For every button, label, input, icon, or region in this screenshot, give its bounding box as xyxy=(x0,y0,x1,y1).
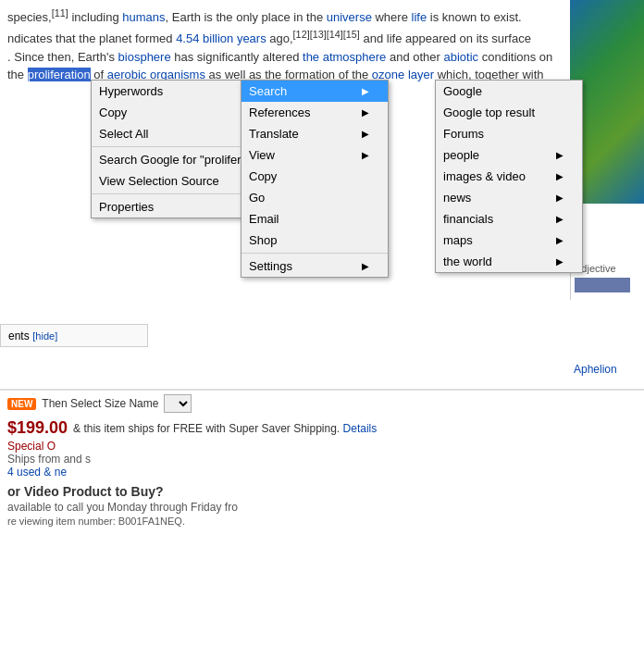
menu-copy-2[interactable]: Copy xyxy=(242,166,388,187)
available-text: available to call you Monday through Fri… xyxy=(0,501,644,514)
adjective-color xyxy=(575,278,630,292)
aphelion-link[interactable]: Aphelion xyxy=(570,361,644,378)
ships-from: Ships from and s xyxy=(0,453,644,466)
context-menu-search: Search ▶ References ▶ Translate ▶ View ▶… xyxy=(241,80,389,278)
article-section: species,[11] including humans, Earth is … xyxy=(0,0,644,389)
new-badge: NEW xyxy=(7,398,36,410)
price-value: $199.00 xyxy=(7,418,68,438)
menu-references[interactable]: References ▶ xyxy=(242,102,388,123)
menu-go[interactable]: Go xyxy=(242,187,388,208)
menu-search[interactable]: Search ▶ xyxy=(242,81,388,102)
arrow-icon: ▶ xyxy=(556,193,564,203)
separator xyxy=(242,253,388,254)
arrow-icon: ▶ xyxy=(556,214,564,224)
menu-maps[interactable]: maps ▶ xyxy=(436,230,582,251)
menu-shop[interactable]: Shop xyxy=(242,230,388,251)
select-label: Then Select Size Name xyxy=(42,397,158,410)
arrow-icon: ▶ xyxy=(362,150,369,160)
contents-hide-link[interactable]: [hide] xyxy=(32,330,57,342)
video-title: or Video Product to Buy? xyxy=(0,479,644,501)
size-select[interactable] xyxy=(164,394,192,413)
menu-people[interactable]: people ▶ xyxy=(436,144,582,166)
menu-google-top[interactable]: Google top result xyxy=(436,102,582,123)
price-row: $199.00 & this item ships for FREE with … xyxy=(0,417,644,440)
arrow-icon: ▶ xyxy=(556,171,564,181)
menu-forums[interactable]: Forums xyxy=(436,123,582,144)
menu-google[interactable]: Google xyxy=(436,81,582,102)
menu-the-world[interactable]: the world ▶ xyxy=(436,251,582,272)
arrow-icon: ▶ xyxy=(362,86,369,96)
contents-label: ents xyxy=(8,330,30,342)
contents-box: ents [hide] xyxy=(0,324,148,347)
arrow-icon: ▶ xyxy=(362,261,369,271)
arrow-icon: ▶ xyxy=(362,107,369,118)
arrow-icon: ▶ xyxy=(556,256,564,267)
menu-email[interactable]: Email xyxy=(242,208,388,230)
article-body: species,[11] including humans, Earth is … xyxy=(0,0,644,90)
arrow-icon: ▶ xyxy=(556,150,564,160)
context-menu-google: Google Google top result Forums people ▶… xyxy=(435,80,583,273)
menu-financials[interactable]: financials ▶ xyxy=(436,208,582,230)
details-link[interactable]: Details xyxy=(343,422,378,435)
menu-view[interactable]: View ▶ xyxy=(242,144,388,166)
amazon-header: NEW Then Select Size Name xyxy=(0,391,644,417)
arrow-icon: ▶ xyxy=(556,235,564,245)
menu-news[interactable]: news ▶ xyxy=(436,187,582,208)
special-offer: Special O xyxy=(0,440,644,453)
adjective-label: Adjective xyxy=(575,263,640,274)
used-link[interactable]: 4 used & ne xyxy=(0,466,644,479)
item-number: re viewing item number: B001FA1NEQ. xyxy=(0,514,644,528)
menu-images-video[interactable]: images & video ▶ xyxy=(436,166,582,187)
ships-free-text: & this item ships for FREE with Super Sa… xyxy=(73,422,377,435)
amazon-section: NEW Then Select Size Name $199.00 & this… xyxy=(0,389,644,659)
highlighted-word: proliferation xyxy=(28,68,91,81)
menu-settings[interactable]: Settings ▶ xyxy=(242,255,388,277)
arrow-icon: ▶ xyxy=(362,129,369,139)
menu-translate[interactable]: Translate ▶ xyxy=(242,123,388,144)
